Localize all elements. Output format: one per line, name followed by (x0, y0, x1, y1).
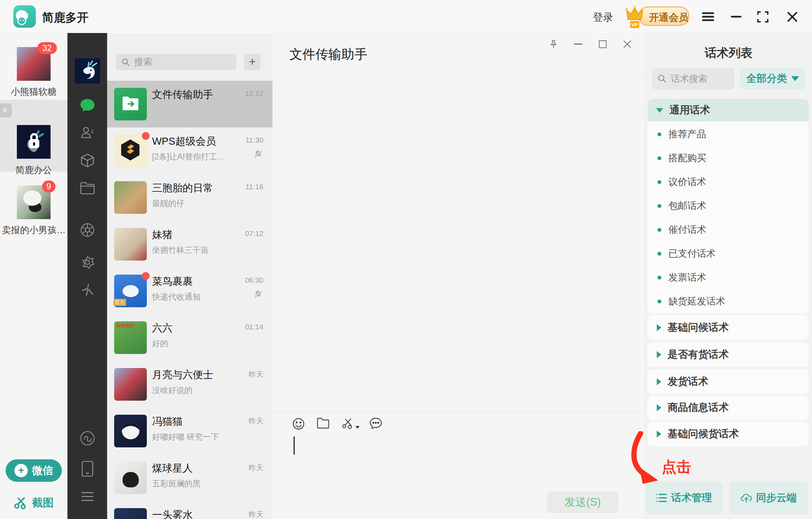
chat-item[interactable]: 妹猪 坐拥竹林三千亩 07:12 (107, 221, 273, 268)
screenshot-button[interactable]: 截图 (0, 494, 67, 511)
close-button[interactable] (785, 11, 799, 23)
asterisk-icon (80, 283, 95, 298)
phone-icon (81, 461, 93, 477)
add-wechat-button[interactable]: + 微信 (6, 459, 62, 482)
moments-tab[interactable] (80, 223, 95, 237)
hamster-avatar (114, 228, 147, 261)
chat-item[interactable]: 官方 菜鸟裹裹 快递代收通知 06:30 (107, 268, 273, 314)
chat-item[interactable]: 煤球星人 五彩斑斓的黑 昨天 (107, 454, 273, 501)
script-group[interactable]: 商品信息话术 (648, 395, 809, 420)
account-item[interactable]: 32 小熊猫软糖 (0, 33, 67, 100)
favorites-tab[interactable] (80, 153, 95, 168)
chat-close-button[interactable] (621, 38, 634, 51)
script-item[interactable]: 议价话术 (648, 170, 809, 194)
mini-program-tab[interactable] (80, 255, 95, 270)
screenshot-tool-button[interactable] (341, 418, 360, 430)
script-group-expanded: 通用话术 推荐产品 搭配购买 议价话术 包邮话术 催付话术 已支付话术 发票话术… (648, 99, 809, 313)
cainiao-avatar: 官方 (114, 275, 147, 307)
emoji-button[interactable] (292, 418, 305, 430)
channels-tab[interactable] (80, 431, 95, 446)
chat-bubble-icon (80, 98, 95, 112)
chat-item[interactable]: 三胞胎的日常 最靓的仔 11:16 (107, 174, 273, 221)
black-cat-avatar (114, 461, 147, 494)
script-search-input[interactable]: 话术搜索 (652, 68, 734, 90)
search-input[interactable]: 搜索 (116, 54, 236, 70)
login-link[interactable]: 登录 (593, 11, 613, 25)
sync-cloud-button[interactable]: 同步云端 (729, 482, 808, 514)
scissors-icon (14, 496, 27, 510)
close-account-button[interactable]: × (0, 103, 12, 117)
chevron-right-icon (657, 351, 661, 358)
message-textarea[interactable] (289, 433, 627, 486)
files-tab[interactable] (80, 182, 95, 195)
starry-avatar (114, 508, 147, 519)
script-group[interactable]: 基础问候货话术 (648, 422, 809, 446)
unread-badge: 32 (37, 42, 57, 54)
script-group[interactable]: 是否有货话术 (648, 342, 809, 367)
vip-crown-icon: VIP (622, 4, 647, 29)
script-group[interactable]: 基础问候话术 (648, 315, 809, 340)
anime-girl-avatar (114, 368, 147, 401)
script-item[interactable]: 催付话术 (648, 218, 809, 242)
vip-tag-text: VIP (631, 22, 638, 27)
chevron-down-icon (791, 76, 799, 81)
script-item[interactable]: 包邮话术 (648, 194, 809, 218)
chat-item[interactable]: WPS超级会员 [2条]让AI替你打工… 11:30 (107, 127, 273, 174)
quick-reply-button[interactable] (369, 418, 382, 430)
chat-item[interactable]: 说来听听! 六六 好的 01:14 (107, 314, 273, 361)
account-item[interactable]: 9 卖报的小男孩… (0, 172, 67, 238)
minimize-button[interactable] (729, 11, 743, 23)
bullet-icon (657, 276, 661, 280)
new-message-dot (142, 132, 150, 140)
more-menu-button[interactable] (81, 492, 94, 501)
panda-avatar (114, 415, 147, 447)
profile-avatar[interactable] (75, 58, 100, 84)
script-list-panel: 话术列表 话术搜索 全部分类 通用话术 推荐产品 搭配购买 议价话术 包邮话术 … (644, 33, 812, 519)
chat-item[interactable]: 冯猫猫 好嘟好嘟 研究一下 昨天 (107, 408, 273, 454)
script-group[interactable]: 发货话术 (648, 369, 809, 394)
chat-list-panel: 搜索 + 文件传输助手 12:12 WPS超级会员 [2条]让AI替你打工… 1… (107, 33, 273, 519)
search-tab[interactable] (80, 283, 95, 298)
annotation-click-label: 点击 (662, 457, 691, 477)
new-message-dot (142, 272, 150, 280)
script-item[interactable]: 发票话术 (648, 265, 809, 289)
bullet-icon (657, 252, 661, 256)
pin-button[interactable] (547, 38, 560, 51)
chat-header: 文件传输助手 (273, 33, 644, 74)
phone-mode-button[interactable] (81, 461, 93, 477)
chats-tab[interactable] (80, 98, 95, 112)
app-logo-icon (13, 5, 36, 28)
chat-maximize-button[interactable] (596, 38, 609, 51)
script-item[interactable]: 缺货延发话术 (648, 289, 809, 313)
channels-icon (80, 431, 95, 446)
account-item-selected[interactable]: × 简鹿办公 (0, 100, 67, 172)
menu-button[interactable] (701, 11, 715, 23)
script-group-header[interactable]: 通用话术 (648, 99, 809, 121)
add-chat-button[interactable]: + (244, 54, 261, 70)
cloud-sync-icon (741, 493, 752, 503)
chat-minimize-button[interactable] (572, 38, 584, 51)
file-transfer-avatar (114, 88, 147, 120)
panel-title: 话术列表 (645, 45, 812, 61)
chat-item[interactable]: 月亮与六便士 没啥好说的 昨天 (107, 361, 273, 408)
mute-icon (253, 149, 263, 159)
chat-item[interactable]: 文件传输助手 12:12 (107, 81, 273, 127)
contacts-tab[interactable] (80, 126, 94, 140)
send-button[interactable]: 发送(S) (547, 491, 618, 513)
maximize-button[interactable] (756, 11, 770, 23)
script-item[interactable]: 搭配购买 (648, 146, 809, 170)
script-item[interactable]: 推荐产品 (648, 122, 809, 146)
account-name: 小熊猫软糖 (0, 86, 67, 98)
send-file-button[interactable] (317, 418, 329, 430)
script-manage-button[interactable]: 话术管理 (646, 482, 722, 514)
chat-window: 文件传输助手 (273, 33, 644, 519)
wps-avatar (114, 134, 147, 167)
message-input-area: 发送(S) (273, 412, 644, 519)
aperture-icon (80, 223, 95, 237)
script-item[interactable]: 已支付话术 (648, 242, 809, 265)
wechat-nav-rail (67, 33, 107, 519)
category-filter-dropdown[interactable]: 全部分类 (740, 68, 805, 90)
chat-item[interactable]: 一头雾水 昨天 (107, 501, 273, 519)
bullet-icon (657, 156, 661, 160)
title-bar: 简鹿多开 登录 开通会员 VIP (0, 0, 812, 33)
